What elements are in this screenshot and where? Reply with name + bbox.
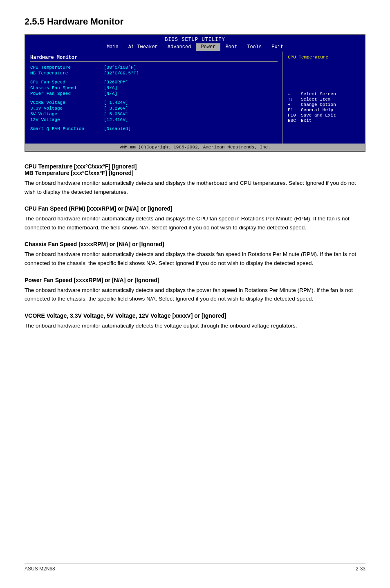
page-footer: ASUS M2N68 2-33 bbox=[25, 563, 365, 572]
bios-label-5v: 5V Voltage bbox=[30, 112, 104, 117]
bios-value-qfan: [Disabled] bbox=[104, 126, 131, 131]
bios-screen: BIOS SETUP UTILITY Main Ai Tweaker Advan… bbox=[25, 34, 365, 152]
bios-row-cpu-temp: CPU Temperature [38°C/100°F] bbox=[30, 65, 278, 70]
doc-section-power-fan: Power Fan Speed [xxxxRPM] or [N/A] or [I… bbox=[25, 277, 365, 303]
bios-help-desc-f10: Save and Exit bbox=[301, 113, 336, 118]
bios-label-cpu-temp: CPU Temperature bbox=[30, 65, 104, 70]
bios-value-mb-temp: [32°C/89.5°F] bbox=[104, 71, 139, 76]
doc-section-voltage: VCORE Voltage, 3.3V Voltage, 5V Voltage,… bbox=[25, 312, 365, 330]
bios-value-5v: [ 5.068V] bbox=[104, 112, 128, 117]
bios-menu-boot[interactable]: Boot bbox=[220, 43, 242, 51]
doc-body-power-fan: The onboard hardware monitor automatical… bbox=[25, 286, 365, 303]
bios-value-chassis-fan: [N/A] bbox=[104, 85, 117, 90]
doc-body-cpu-fan: The onboard hardware monitor automatical… bbox=[25, 214, 365, 232]
doc-heading-power-fan: Power Fan Speed [xxxxRPM] or [N/A] or [I… bbox=[25, 277, 365, 283]
doc-body-chassis-fan: The onboard hardware monitor automatical… bbox=[25, 250, 365, 267]
footer-right: 2-33 bbox=[356, 566, 365, 572]
bios-menu-power[interactable]: Power bbox=[196, 43, 220, 51]
bios-help-row-change: +- Change Option bbox=[288, 102, 360, 107]
bios-label-chassis-fan: Chassis Fan Speed bbox=[30, 85, 104, 90]
doc-section-cpu-mb-temp: CPU Temperature [xxxºC/xxxºF] [Ignored]M… bbox=[25, 163, 365, 196]
doc-section-cpu-fan: CPU Fan Speed (RPM) [xxxxRPM] or [N/A] o… bbox=[25, 205, 365, 232]
bios-row-cpu-fan: CPU Fan Speed [3260RPM] bbox=[30, 80, 278, 85]
bios-row-5v: 5V Voltage [ 5.068V] bbox=[30, 112, 278, 117]
bios-help-row-item: ↑↓ Select Item bbox=[288, 97, 360, 102]
bios-help-desc-screen: Select Screen bbox=[301, 92, 336, 97]
bios-value-vcore: [ 1.424V] bbox=[104, 100, 128, 105]
bios-help-area: ↔ Select Screen ↑↓ Select Item +- Change… bbox=[288, 92, 360, 123]
bios-value-cpu-fan: [3260RPM] bbox=[104, 80, 128, 85]
bios-label-qfan: Smart Q-FAN Function bbox=[30, 126, 104, 131]
doc-heading-voltage: VCORE Voltage, 3.3V Voltage, 5V Voltage,… bbox=[25, 312, 365, 319]
bios-help-row-f1: F1 General Help bbox=[288, 108, 360, 112]
doc-heading-cpu-mb-temp: CPU Temperature [xxxºC/xxxºF] [Ignored]M… bbox=[25, 163, 365, 176]
bios-help-key-f10: F10 bbox=[288, 113, 301, 118]
bios-help-row-f10: F10 Save and Exit bbox=[288, 113, 360, 118]
bios-help-key-esc: ESC bbox=[288, 118, 301, 123]
bios-help-desc-item: Select Item bbox=[301, 97, 331, 102]
doc-section-chassis-fan: Chassis Fan Speed [xxxxRPM] or [N/A] or … bbox=[25, 241, 365, 267]
footer-left: ASUS M2N68 bbox=[25, 566, 55, 572]
bios-help-key-item: ↑↓ bbox=[288, 97, 301, 102]
bios-left-panel: Hardware Monitor CPU Temperature [38°C/1… bbox=[25, 52, 283, 144]
bios-label-3v3: 3.3V Voltage bbox=[30, 106, 104, 111]
bios-menu-main[interactable]: Main bbox=[102, 43, 123, 51]
bios-help-row-esc: ESC Exit bbox=[288, 118, 360, 123]
bios-row-mb-temp: MB Temperature [32°C/89.5°F] bbox=[30, 71, 278, 76]
bios-value-3v3: [ 3.296V] bbox=[104, 106, 128, 111]
bios-help-row-screen: ↔ Select Screen bbox=[288, 92, 360, 97]
bios-label-mb-temp: MB Temperature bbox=[30, 71, 104, 76]
bios-help-key-f1: F1 bbox=[288, 108, 301, 112]
bios-content-area: Hardware Monitor CPU Temperature [38°C/1… bbox=[25, 52, 365, 144]
bios-menu-bar: Main Ai Tweaker Advanced Power Boot Tool… bbox=[25, 43, 365, 52]
bios-value-12v: [12.416V] bbox=[104, 117, 128, 122]
bios-row-12v: 12V Voltage [12.416V] bbox=[30, 117, 278, 122]
bios-row-3v3: 3.3V Voltage [ 3.296V] bbox=[30, 106, 278, 111]
bios-label-12v: 12V Voltage bbox=[30, 117, 104, 122]
bios-row-chassis-fan: Chassis Fan Speed [N/A] bbox=[30, 85, 278, 90]
doc-heading-cpu-fan: CPU Fan Speed (RPM) [xxxxRPM] or [N/A] o… bbox=[25, 205, 365, 212]
bios-help-desc-esc: Exit bbox=[301, 118, 312, 123]
bios-help-key-screen: ↔ bbox=[288, 92, 301, 97]
bios-menu-exit[interactable]: Exit bbox=[267, 43, 288, 51]
bios-label-cpu-fan: CPU Fan Speed bbox=[30, 80, 104, 85]
bios-menu-aitweaker[interactable]: Ai Tweaker bbox=[123, 43, 163, 51]
bios-help-key-change: +- bbox=[288, 102, 301, 107]
bios-label-power-fan: Power Fan Speed bbox=[30, 91, 104, 96]
bios-section-title: Hardware Monitor bbox=[30, 55, 278, 62]
bios-right-panel: CPU Temperature ↔ Select Screen ↑↓ Selec… bbox=[283, 52, 365, 144]
bios-row-power-fan: Power Fan Speed [N/A] bbox=[30, 91, 278, 96]
bios-label-vcore: VCORE Voltage bbox=[30, 100, 104, 105]
bios-value-power-fan: [N/A] bbox=[104, 91, 117, 96]
bios-row-vcore: VCORE Voltage [ 1.424V] bbox=[30, 100, 278, 105]
bios-help-desc-change: Change Option bbox=[301, 102, 336, 107]
bios-footer: vMM.mm (C)Copyright 1985-2002, American … bbox=[25, 144, 365, 151]
bios-top-bar-text: BIOS SETUP UTILITY bbox=[165, 37, 225, 43]
doc-heading-chassis-fan: Chassis Fan Speed [xxxxRPM] or [N/A] or … bbox=[25, 241, 365, 247]
bios-row-qfan: Smart Q-FAN Function [Disabled] bbox=[30, 126, 278, 131]
bios-value-cpu-temp: [38°C/100°F] bbox=[104, 65, 136, 70]
bios-top-bar: BIOS SETUP UTILITY bbox=[25, 35, 365, 43]
doc-body-voltage: The onboard hardware monitor automatical… bbox=[25, 321, 365, 330]
bios-right-panel-title: CPU Temperature bbox=[288, 55, 360, 60]
bios-menu-advanced[interactable]: Advanced bbox=[163, 43, 196, 51]
bios-help-desc-f1: General Help bbox=[301, 108, 333, 112]
doc-body-cpu-mb-temp: The onboard hardware monitor automatical… bbox=[25, 179, 365, 196]
bios-menu-tools[interactable]: Tools bbox=[242, 43, 267, 51]
page-title: 2.5.5 Hardware Monitor bbox=[25, 16, 365, 27]
bios-footer-text: vMM.mm (C)Copyright 1985-2002, American … bbox=[119, 145, 271, 150]
